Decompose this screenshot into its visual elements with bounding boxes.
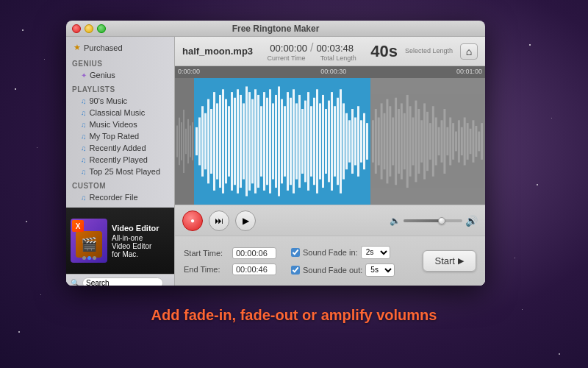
minimize-button[interactable] [85,24,93,33]
custom-section-header: CUSTOM [66,177,174,191]
record-button[interactable]: ● [182,210,203,231]
sidebar-item-recently-added[interactable]: ♫ Recently Added [66,142,174,154]
time-fields: Start Time: End Time: [184,247,276,275]
selected-label: Selected Length [405,47,453,55]
svg-rect-87 [420,120,423,162]
current-time: 00:00:00 [270,43,307,54]
play-button[interactable]: ▶ [235,210,256,231]
svg-rect-10 [196,127,198,155]
search-input[interactable] [82,277,163,286]
svg-rect-64 [354,118,356,166]
fade-out-select[interactable]: 5s 1s 2s 3s [365,263,395,277]
svg-rect-95 [443,109,445,174]
svg-rect-53 [322,95,324,188]
fade-options: Sound Fade in: 2s 1s 3s 5s Sound Fade ou… [291,246,395,277]
svg-rect-94 [441,120,443,162]
svg-rect-61 [345,113,348,169]
waveform-selected [194,78,370,205]
svg-rect-60 [343,103,345,179]
timeline-end: 00:01:00 [456,68,482,75]
svg-rect-106 [475,126,477,157]
svg-rect-43 [293,89,295,193]
svg-rect-93 [438,127,440,155]
svg-rect-16 [213,92,215,191]
svg-rect-5 [185,129,187,154]
svg-rect-80 [401,103,403,179]
start-time-input[interactable] [232,247,276,259]
top-bar: half_moon.mp3 00:00:00 / 00:03:48 Curren… [175,37,485,66]
svg-rect-32 [260,106,262,177]
svg-rect-96 [446,127,448,155]
volume-slider-track[interactable] [404,219,462,222]
ad-dot-3 [93,256,96,260]
svg-rect-107 [478,132,480,152]
start-button[interactable]: Start ▶ [423,250,476,272]
svg-rect-57 [334,106,336,177]
svg-rect-91 [432,106,434,177]
volume-min-icon: 🔈 [390,216,401,226]
svg-rect-104 [470,129,472,154]
svg-rect-49 [310,106,312,177]
svg-rect-72 [378,118,380,166]
svg-rect-27 [245,86,248,196]
recorder-file-label: Recorder File [90,193,138,202]
ad-close-icon[interactable]: X [72,220,84,232]
svg-rect-45 [298,95,301,188]
main-window: Free Ringtone Maker ★ Purchased GENIUS ✦… [66,21,485,286]
svg-rect-86 [417,109,420,174]
maximize-button[interactable] [97,24,106,33]
sidebar-item-purchased[interactable]: ★ Purchased [66,40,174,55]
fade-out-checkbox[interactable] [291,266,300,275]
sidebar-item-90s[interactable]: ♫ 90's Music [66,95,174,107]
svg-rect-79 [398,109,400,174]
svg-rect-7 [190,126,191,158]
svg-rect-18 [219,95,221,188]
selected-length: 40s [370,42,398,61]
sidebar-item-genius[interactable]: ✦ Genius [66,69,174,81]
ad-image: X 🎬 [71,219,107,263]
fade-in-checkbox[interactable] [291,248,300,257]
fade-out-row: Sound Fade out: 5s 1s 2s 3s [291,263,395,277]
window-title: Free Ringtone Maker [232,24,320,34]
svg-rect-78 [395,98,397,185]
start-time-label: Start Time: [184,249,228,258]
volume-slider-thumb[interactable] [438,217,445,224]
svg-rect-50 [313,98,315,185]
end-time-input[interactable] [232,263,276,275]
forward-icon: ⏭ [215,216,223,226]
svg-rect-85 [415,101,417,183]
svg-rect-31 [257,95,259,188]
svg-rect-99 [455,132,457,152]
time-info: 00:00:00 / 00:03:48 Current Time Total L… [260,41,363,62]
sidebar-item-top-rated[interactable]: ♫ My Top Rated [66,130,174,142]
volume-slider-fill [404,219,442,222]
ad-banner[interactable]: X 🎬 Video Editor All-in-one Video Editor [66,208,175,274]
svg-rect-21 [228,106,230,177]
svg-rect-41 [287,92,289,191]
fast-forward-button[interactable]: ⏭ [209,210,229,231]
waveform-area[interactable]: 0:00:00 00:00:30 00:01:00 [175,66,485,205]
svg-rect-20 [225,99,227,184]
svg-rect-74 [384,113,386,169]
close-button[interactable] [72,24,81,33]
sidebar-item-recently-played[interactable]: ♫ Recently Played [66,154,174,166]
svg-rect-1 [176,126,178,158]
svg-rect-90 [429,123,431,160]
fade-in-select[interactable]: 2s 1s 3s 5s [361,246,390,259]
sidebar-item-music-videos[interactable]: ♫ Music Videos [66,118,174,130]
svg-rect-98 [452,123,454,160]
record-icon: ● [190,216,195,224]
caption-text: Add fade-in, fade-out or amplify volumns [0,307,588,324]
sidebar-item-classical[interactable]: ♫ Classical Music [66,107,174,118]
svg-rect-8 [192,122,193,160]
svg-rect-56 [331,92,333,191]
home-button[interactable]: ⌂ [460,43,478,60]
sidebar-item-recorder[interactable]: ♫ Recorder File [66,191,174,203]
timeline-start: 0:00:00 [178,68,200,75]
genius-label: Genius [90,71,115,79]
svg-rect-102 [464,118,466,166]
sidebar-item-top25[interactable]: ♫ Top 25 Most Played [66,166,174,177]
svg-rect-15 [210,109,212,174]
svg-rect-62 [348,120,351,162]
svg-rect-97 [449,118,451,166]
